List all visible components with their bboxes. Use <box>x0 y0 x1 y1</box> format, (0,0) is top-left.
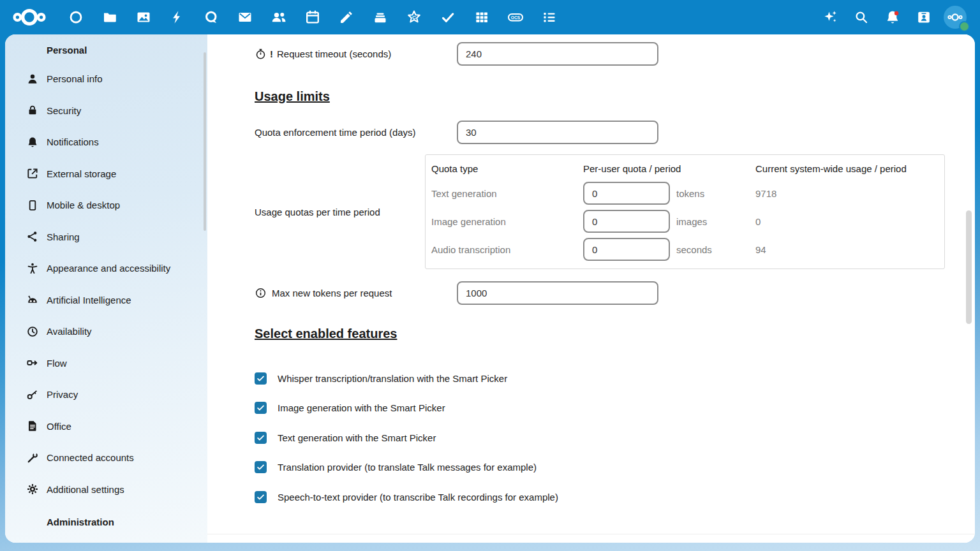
audio-transcription-quota-input[interactable] <box>583 238 670 261</box>
checkbox-checked-icon[interactable] <box>255 372 267 385</box>
mail-app-button[interactable] <box>228 0 262 34</box>
checkbox-checked-icon[interactable] <box>255 461 267 473</box>
nextcloud-logo-icon <box>10 8 49 27</box>
collectives-app-button[interactable]: C <box>397 0 431 34</box>
ai-settings-main: ! Request timeout (seconds) Usage limits… <box>207 34 975 543</box>
sparkles-icon <box>822 9 838 26</box>
dashboard-icon <box>68 10 84 25</box>
sidebar-item-notifications[interactable]: Notifications <box>5 126 207 158</box>
sidebar-item-office[interactable]: Office <box>5 411 207 443</box>
sidebar-item-availability[interactable]: Availability <box>5 316 207 348</box>
sidebar-item-personal-info[interactable]: Personal info <box>5 63 207 95</box>
request-timeout-input[interactable] <box>457 42 658 66</box>
user-menu-button[interactable] <box>939 0 971 34</box>
people-icon <box>271 10 287 25</box>
deck-app-button[interactable] <box>363 0 397 34</box>
assistant-button[interactable] <box>814 0 845 34</box>
feature-image-generation-checkbox-row[interactable]: Image generation with the Smart Picker <box>255 393 975 423</box>
key-icon <box>26 388 39 401</box>
feature-text-generation-checkbox-row[interactable]: Text generation with the Smart Picker <box>255 423 975 453</box>
talk-bubble-icon <box>204 10 219 25</box>
accessibility-icon <box>26 262 39 275</box>
feature-whisper-checkbox-row[interactable]: Whisper transcription/translation with t… <box>255 364 975 393</box>
quota-table-header: Quota type Per-user quota / period Curre… <box>426 158 944 179</box>
ocs-app-button[interactable]: OCS <box>498 0 532 34</box>
online-status-dot <box>959 21 970 32</box>
sidebar-section-administration: Administration <box>47 517 207 527</box>
dashboard-app-button[interactable] <box>59 0 93 34</box>
app-icon-strip: C OCS <box>59 0 566 34</box>
activity-app-button[interactable] <box>160 0 194 34</box>
files-app-button[interactable] <box>93 0 126 34</box>
bell-icon <box>884 9 901 26</box>
contact-card-icon <box>916 10 932 25</box>
feature-translation-checkbox-row[interactable]: Translation provider (to translate Talk … <box>255 453 975 483</box>
search-button[interactable] <box>845 0 877 34</box>
unit-label: tokens <box>676 188 704 199</box>
robot-icon <box>26 293 39 306</box>
table-grid-icon <box>474 10 489 25</box>
sidebar-item-flow[interactable]: Flow <box>5 348 207 379</box>
sidebar-item-external-storage[interactable]: External storage <box>5 158 207 190</box>
system-usage-header: Current system-wide usage / period <box>755 163 944 174</box>
sidebar-item-appearance-accessibility[interactable]: Appearance and accessibility <box>5 253 207 284</box>
notes-app-button[interactable] <box>329 0 363 34</box>
sidebar-item-connected-accounts[interactable]: Connected accounts <box>5 442 207 474</box>
flow-icon <box>26 356 39 369</box>
quota-period-row: Quota enforcement time period (days) <box>255 121 975 144</box>
svg-text:C: C <box>412 15 416 20</box>
star-c-icon: C <box>406 9 422 26</box>
max-tokens-row: Max new tokens per request <box>255 281 975 305</box>
stopwatch-icon <box>255 48 267 60</box>
checkbox-checked-icon[interactable] <box>255 432 267 444</box>
clock-icon <box>26 325 39 338</box>
photos-app-button[interactable] <box>126 0 160 34</box>
checkbox-checked-icon[interactable] <box>255 402 267 414</box>
quota-period-input[interactable] <box>457 121 658 144</box>
checkbox-checked-icon[interactable] <box>255 491 267 503</box>
lightning-icon <box>170 10 185 25</box>
image-generation-quota-input[interactable] <box>583 210 670 233</box>
feature-speech-to-text-checkbox-row[interactable]: Speech-to-text provider (to transcribe T… <box>255 482 975 512</box>
usage-value: 9718 <box>755 188 944 199</box>
quota-period-label: Quota enforcement time period (days) <box>255 127 457 138</box>
sidebar-item-sharing[interactable]: Sharing <box>5 221 207 253</box>
nextcloud-logo[interactable] <box>9 8 50 27</box>
table-row: Image generation images 0 <box>426 207 944 235</box>
request-timeout-row: ! Request timeout (seconds) <box>255 42 975 66</box>
usage-value: 94 <box>755 244 944 255</box>
contacts-menu-button[interactable] <box>908 0 939 34</box>
mail-envelope-icon <box>237 10 253 25</box>
sidebar-item-security[interactable]: Security <box>5 95 207 127</box>
tables-app-button[interactable] <box>464 0 498 34</box>
tasks-app-button[interactable] <box>431 0 464 34</box>
calendar-app-button[interactable] <box>295 0 329 34</box>
sidebar-item-artificial-intelligence[interactable]: Artificial Intelligence <box>5 284 207 316</box>
photos-icon <box>136 10 151 25</box>
notifications-button[interactable] <box>877 0 908 34</box>
main-scrollbar[interactable] <box>966 210 972 324</box>
forms-app-button[interactable] <box>532 0 566 34</box>
user-icon <box>26 73 39 85</box>
label-exclamation: ! <box>270 48 273 59</box>
text-generation-quota-input[interactable] <box>583 182 670 205</box>
contacts-app-button[interactable] <box>262 0 295 34</box>
talk-app-button[interactable] <box>194 0 228 34</box>
pencil-icon <box>339 10 354 25</box>
document-icon <box>26 420 39 432</box>
share-icon <box>26 230 39 243</box>
table-row: Audio transcription seconds 94 <box>426 235 944 263</box>
bell-icon <box>26 136 39 149</box>
sidebar-item-privacy[interactable]: Privacy <box>5 379 207 411</box>
sidebar-scrollbar[interactable] <box>204 52 206 231</box>
sidebar-section-personal: Personal <box>47 45 207 55</box>
stack-icon <box>373 10 388 25</box>
sidebar-item-mobile-desktop[interactable]: Mobile & desktop <box>5 189 207 221</box>
wrench-icon <box>26 452 39 464</box>
app-content-frame: Personal Personal info Security Notifica… <box>5 34 975 543</box>
max-tokens-input[interactable] <box>457 281 658 305</box>
unit-label: images <box>676 216 707 227</box>
svg-text:OCS: OCS <box>510 15 520 20</box>
ocs-badge-icon: OCS <box>507 10 524 25</box>
sidebar-item-additional-settings[interactable]: Additional settings <box>5 474 207 506</box>
